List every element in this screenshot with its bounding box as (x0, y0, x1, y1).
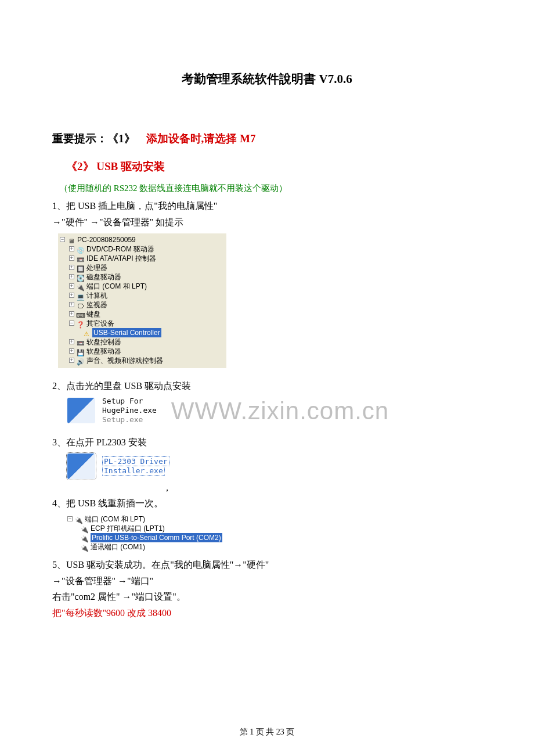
important-text: 添加设备时,请选择 M7 (146, 132, 256, 145)
setup1-l2: HugePine.exe (102, 406, 157, 415)
setup1-l1: Setup For (102, 397, 157, 406)
tree-item: 磁盘驱动器 (86, 272, 121, 282)
installer-icon (67, 398, 95, 423)
section-2-title: USB 驱动安装 (96, 160, 165, 172)
tree-minus-icon: − (67, 516, 73, 521)
port-icon: 🔌 (80, 543, 89, 550)
tree-plus-icon: + (69, 265, 74, 270)
step5-a: 5、USB 驱动安装成功。在点"我的电脑属性"→"硬件" (52, 557, 482, 573)
setup-hugepine-row: Setup For HugePine.exe Setup.exe (67, 397, 482, 424)
cd-icon: 💿 (76, 246, 85, 253)
tree-item: 软盘驱动器 (86, 347, 121, 356)
rs232-note: （使用随机的 RS232 数据线直接连电脑就不用装这个驱动） (59, 181, 482, 195)
step1-line-b: →"硬件" →"设备管理器" 如提示 (52, 215, 482, 230)
tree-plus-icon: + (69, 274, 74, 279)
keyboard-icon: ⌨ (76, 311, 85, 318)
setup2-l1: PL-2303 Driver (102, 456, 169, 466)
warning-icon: ⚠ (82, 329, 91, 336)
tree-plus-icon: + (69, 302, 74, 307)
device-manager-tree: − 🖥 PC-200808250059 +💿DVD/CD-ROM 驱动器 +📼I… (58, 233, 226, 368)
ports-com1: 通讯端口 (COM1) (91, 542, 145, 552)
tree-item: DVD/CD-ROM 驱动器 (86, 244, 154, 254)
step2-line: 2、点击光的里盘 USB 驱动点安装 (52, 379, 482, 394)
computer-icon: 🖥 (67, 236, 75, 243)
step3-line: 3、在点开 PL2303 安装 (52, 435, 482, 450)
tree-plus-icon: + (69, 255, 74, 261)
tree-item: 键盘 (86, 309, 100, 319)
tree-item: 处理器 (86, 263, 107, 272)
pc-icon: 💻 (76, 292, 85, 299)
port-icon: 🔌 (80, 534, 89, 541)
tree-plus-icon: + (69, 283, 74, 289)
tree-plus-icon: + (69, 311, 74, 316)
document-title: 考勤管理系統软件說明書 V7.0.6 (52, 70, 482, 89)
important-prefix: 重要提示：《1》 (52, 132, 135, 145)
setup2-l2: Installer.exe (102, 466, 165, 476)
tree-plus-icon: + (69, 339, 74, 344)
section-2-num: 《2》 (66, 160, 94, 172)
step4-line: 4、把 USB 线重新插一次。 (52, 496, 482, 511)
tree-item: 监视器 (86, 300, 107, 309)
trailing-comma: ， (163, 480, 482, 495)
ports-com2: Prolific USB-to-Serial Comm Port (COM2) (91, 533, 222, 542)
ports-tree: −🔌端口 (COM 和 LPT) 🔌ECP 打印机端口 (LPT1) 🔌Prol… (67, 514, 482, 552)
tree-plus-icon: + (69, 246, 74, 251)
section-2-heading: 《2》 USB 驱动安装 (66, 158, 482, 175)
port-icon: 🔌 (80, 525, 89, 532)
question-icon: ❓ (76, 320, 85, 327)
sound-icon: 🔊 (76, 357, 85, 364)
ports-lpt1: ECP 打印机端口 (LPT1) (91, 524, 165, 533)
floppy-ctrl-icon: 📼 (76, 339, 85, 345)
cpu-icon: 🔲 (76, 264, 85, 271)
setup-pl2303-row: PL-2303 Driver Installer.exe (67, 453, 482, 479)
tree-plus-icon: + (69, 293, 74, 298)
tree-plus-icon: + (69, 348, 74, 354)
tree-item: 软盘控制器 (86, 337, 121, 347)
tree-root: PC-200808250059 (77, 235, 136, 244)
tree-item: IDE ATA/ATAPI 控制器 (86, 254, 156, 263)
ports-root: 端口 (COM 和 LPT) (85, 514, 145, 524)
tree-minus-icon: − (69, 321, 74, 326)
tree-item: 计算机 (86, 291, 107, 300)
monitor-icon: 🖵 (76, 301, 85, 308)
tree-other-devices: 其它设备 (86, 319, 114, 328)
tree-plus-icon: + (69, 358, 74, 363)
port-icon: 🔌 (74, 516, 83, 523)
important-note: 重要提示：《1》 添加设备时,请选择 M7 (52, 130, 482, 147)
step5-c: 右击"com2 属性" →"端口设置"。 (52, 589, 482, 604)
ide-icon: 📼 (76, 255, 85, 262)
floppy-drive-icon: 💾 (76, 348, 85, 355)
step5-b: →"设备管理器" →"端口" (52, 574, 482, 589)
tree-minus-icon: − (60, 237, 65, 242)
step5-d: 把"每秒读数"9600 改成 38400 (52, 606, 482, 621)
tree-usb-serial: USB-Serial Controller (92, 328, 161, 337)
port-icon: 🔌 (76, 283, 85, 290)
step1-line-a: 1、把 USB 插上电脑，点"我的电脑属性" (52, 199, 482, 214)
tree-item: 端口 (COM 和 LPT) (86, 282, 147, 291)
disk-icon: 💽 (76, 273, 85, 280)
setup1-l3: Setup.exe (102, 415, 157, 424)
page-footer: 第 1 页 共 23 页 (0, 726, 534, 739)
installer-icon (67, 453, 95, 479)
tree-item: 声音、视频和游戏控制器 (86, 356, 163, 365)
